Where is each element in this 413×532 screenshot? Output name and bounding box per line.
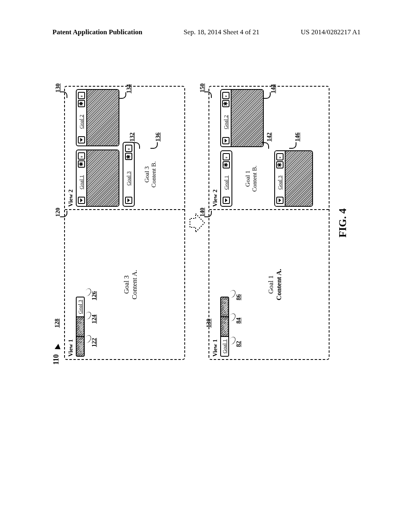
ref-84: 84 [235, 318, 242, 324]
header-right: US 2014/0282217 A1 [301, 28, 361, 36]
content-line: Content A. [275, 210, 283, 359]
tab-bar: Goal 1 Goal 2 Goal 3 [76, 297, 85, 357]
widget-title: Goal 2 [78, 108, 85, 136]
page-header: Patent Application Publication Sep. 18, … [0, 28, 413, 36]
leader-icon [228, 289, 237, 299]
tab-goal3[interactable]: Goal 3 [221, 297, 228, 316]
ref-124: 124 [91, 315, 98, 324]
tab-bar: Goal 1 Goal 2 Goal 3 [220, 297, 229, 357]
arrow-icon [54, 344, 65, 354]
widget-header: Goal 1 [221, 151, 232, 206]
widget-row: Goal 1 Goal 2 [76, 89, 123, 207]
leader-icon [60, 211, 67, 217]
tab-goal3[interactable]: Goal 3 [77, 297, 84, 316]
tab-goal1[interactable]: Goal 1 [77, 336, 84, 356]
expand-icon[interactable] [78, 92, 85, 99]
view1: 120 View 1 Goal 1 Goal 2 Goal 3 122 124 … [65, 209, 184, 359]
state-2: 140 View 1 Goal 1 Goal 2 Goal 3 82 84 86… [209, 86, 330, 360]
figure: 110 128 120 View 1 Goal 1 Goal 2 Goal 3 … [64, 86, 349, 360]
ref-122: 122 [91, 338, 98, 347]
leader-icon [204, 211, 212, 217]
chevron-down-icon[interactable] [78, 136, 85, 143]
widget-goal1-body: Goal 1 Content B. [236, 150, 264, 207]
chevron-down-icon[interactable] [276, 197, 284, 204]
leader-icon [204, 91, 212, 98]
expand-icon[interactable] [78, 152, 85, 160]
widget-row: Goal 1 Goal 1 Content B. Goal 2 [220, 89, 267, 207]
widget-goal3-header[interactable]: Goal 3 [123, 142, 135, 207]
chevron-down-icon[interactable] [222, 137, 229, 144]
widget-goal3-collapsed[interactable]: Goal 3 [274, 150, 313, 207]
ref-132: 132 [129, 133, 136, 142]
gear-icon[interactable] [222, 100, 229, 107]
tab-goal2[interactable]: Goal 2 [221, 316, 228, 336]
widget-header: Goal 3 [275, 151, 286, 206]
leader-icon [83, 311, 92, 320]
tab-label: Goal 2 [77, 320, 83, 334]
gear-icon[interactable] [78, 100, 85, 107]
view1-content: Goal 1 Content A. [267, 210, 283, 359]
view2: 150 View 2 Goal 1 Goal 1 Co [209, 87, 329, 209]
content-line: Goal 3 [144, 144, 150, 206]
tab-label: Goal 1 [221, 339, 228, 353]
chevron-down-icon[interactable] [223, 197, 230, 204]
widget-goal1[interactable]: Goal 1 [76, 150, 119, 207]
gear-icon[interactable] [125, 153, 132, 160]
arrow-down-icon [189, 213, 205, 233]
svg-marker-0 [190, 214, 204, 232]
ref-128: 128 [54, 319, 60, 328]
view2: 130 View 2 Goal 1 Goal 2 [65, 87, 184, 209]
widget-title: Goal 3 [125, 161, 132, 197]
widget-title: Goal 2 [223, 108, 229, 137]
content-line: Content B. [150, 144, 157, 206]
content-line: Goal 1 [244, 152, 251, 205]
gear-icon[interactable] [276, 161, 284, 168]
tab-label: Goal 3 [77, 300, 83, 314]
ref-130: 130 [54, 83, 61, 93]
widget-header: Goal 2 [221, 90, 232, 146]
header-left: Patent Application Publication [52, 28, 142, 36]
ref-136: 136 [154, 133, 161, 142]
view1: 140 View 1 Goal 1 Goal 2 Goal 3 82 84 86… [209, 209, 329, 359]
leader-icon [60, 91, 67, 98]
ref-110: 110 [52, 354, 60, 365]
tab-label: Goal 2 [221, 320, 228, 334]
gear-icon[interactable] [223, 161, 230, 168]
state-1: 120 View 1 Goal 1 Goal 2 Goal 3 122 124 … [64, 86, 185, 360]
view1-title: View 1 [67, 212, 74, 357]
leader-icon [228, 336, 237, 345]
leader-icon [83, 287, 92, 297]
content-line: Goal 1 [267, 210, 275, 359]
widget-goal3-body: Goal 3 Content B. [138, 142, 163, 207]
widget-title: Goal 1 [223, 169, 229, 196]
widget-goal2[interactable]: Goal 2 [220, 89, 264, 147]
widget-goal2[interactable]: Goal 2 [76, 89, 119, 146]
chevron-down-icon[interactable] [78, 197, 85, 204]
expand-icon[interactable] [125, 145, 132, 152]
expand-icon[interactable] [222, 92, 229, 99]
tab-goal1[interactable]: Goal 1 [221, 336, 228, 356]
view2-title: View 2 [212, 89, 219, 207]
expand-icon[interactable] [223, 153, 230, 160]
leader-icon [228, 312, 237, 322]
widget-header: Goal 2 [77, 90, 87, 145]
ref-126: 126 [91, 291, 98, 301]
widget-title: Goal 1 [78, 168, 85, 196]
leader-icon [83, 334, 92, 344]
view2-title: View 2 [67, 89, 74, 207]
view1-content: Goal 3 Content A. [123, 210, 139, 359]
gear-icon[interactable] [78, 160, 85, 168]
ref-134: 134 [125, 84, 132, 94]
content-line: Content A. [131, 210, 139, 359]
header-center: Sep. 18, 2014 Sheet 4 of 21 [184, 28, 259, 36]
chevron-down-icon[interactable] [125, 197, 132, 204]
ref-86: 86 [235, 294, 242, 300]
widget-title: Goal 3 [277, 169, 283, 196]
widget-header: Goal 3 [123, 143, 134, 206]
tab-label: Goal 3 [221, 300, 228, 314]
expand-icon[interactable] [276, 153, 284, 160]
tab-label: Goal 1 [77, 339, 83, 353]
tab-goal2[interactable]: Goal 2 [77, 316, 84, 336]
widget-goal1-header[interactable]: Goal 1 [220, 150, 232, 207]
ref-82: 82 [235, 341, 242, 347]
